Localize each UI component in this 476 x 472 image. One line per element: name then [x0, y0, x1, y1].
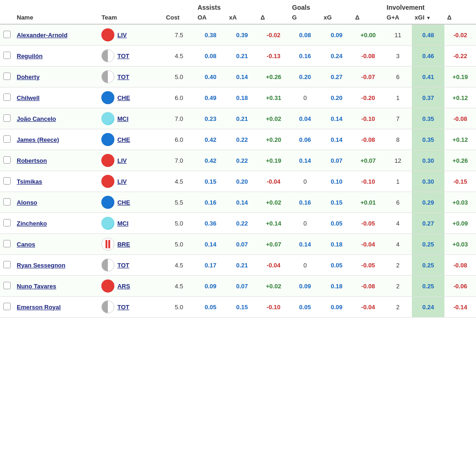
player-g-delta: -0.07	[352, 66, 384, 87]
team-badge	[101, 279, 114, 293]
row-checkbox[interactable]	[3, 177, 11, 185]
player-a-delta: +0.02	[258, 108, 290, 129]
row-checkbox[interactable]	[3, 31, 11, 38]
player-g: 0.04	[289, 108, 321, 129]
player-name[interactable]: Robertson	[14, 150, 99, 171]
row-checkbox[interactable]	[3, 219, 11, 226]
team-name[interactable]: TOT	[117, 53, 129, 60]
team-name[interactable]: LIV	[117, 178, 126, 185]
player-name[interactable]: Zinchenko	[14, 213, 99, 234]
player-xgi: 0.25	[412, 255, 444, 276]
player-g-delta: -0.04	[352, 297, 384, 318]
team-name[interactable]: LIV	[117, 32, 126, 39]
player-name[interactable]: Canos	[14, 234, 99, 255]
team-name[interactable]: MCI	[117, 115, 128, 122]
team-name[interactable]: TOT	[117, 73, 129, 80]
row-checkbox[interactable]	[3, 198, 11, 206]
col-a-delta: Δ	[258, 12, 290, 24]
team-name[interactable]: TOT	[117, 304, 129, 311]
row-checkbox[interactable]	[3, 135, 11, 143]
player-a-delta: +0.20	[258, 129, 290, 150]
player-gpa: 4	[384, 213, 412, 234]
player-xa: 0.14	[226, 192, 258, 213]
player-xa: 0.21	[226, 108, 258, 129]
row-checkbox[interactable]	[3, 52, 11, 59]
player-gpa: 1	[384, 87, 412, 108]
player-name[interactable]: Reguilón	[14, 46, 99, 66]
team-name[interactable]: TOT	[117, 262, 129, 269]
player-g: 0.14	[289, 150, 321, 171]
row-checkbox[interactable]	[3, 114, 11, 122]
player-xg: 0.20	[321, 87, 352, 108]
player-xa: 0.15	[226, 297, 258, 318]
player-name[interactable]: Alonso	[14, 192, 99, 213]
player-g-delta: -0.20	[352, 87, 384, 108]
team-name[interactable]: BRE	[117, 241, 130, 248]
row-checkbox-cell	[0, 87, 14, 108]
player-name[interactable]: Chilwell	[14, 87, 99, 108]
player-xg: 0.14	[321, 129, 352, 150]
row-checkbox[interactable]	[3, 261, 11, 268]
player-xgi: 0.27	[412, 213, 444, 234]
team-badge	[101, 49, 114, 62]
group-empty	[0, 0, 195, 12]
table-row: ZinchenkoMCI5.00.360.22+0.1400.05-0.0540…	[0, 213, 476, 234]
group-goals-header: Goals	[289, 0, 383, 12]
player-cost: 6.0	[163, 129, 195, 150]
player-gpa: 6	[384, 66, 412, 87]
player-g-delta: +0.01	[352, 192, 384, 213]
player-xg: 0.09	[321, 24, 352, 46]
player-g: 0	[289, 171, 321, 192]
player-g-delta: +0.00	[352, 24, 384, 46]
player-name[interactable]: Nuno Tavares	[14, 276, 99, 297]
col-gpa: G+A	[384, 12, 412, 24]
row-checkbox[interactable]	[3, 303, 11, 310]
player-g: 0.20	[289, 66, 321, 87]
player-name[interactable]: Tsimikas	[14, 171, 99, 192]
players-table: Assists Goals Involvement Name Team Cost…	[0, 0, 476, 318]
col-oa: OA	[195, 12, 226, 24]
team-badge	[101, 217, 114, 230]
row-checkbox[interactable]	[3, 240, 11, 247]
player-team-cell: LIV	[99, 150, 163, 171]
player-gpa: 6	[384, 192, 412, 213]
row-checkbox[interactable]	[3, 156, 11, 164]
player-xg: 0.05	[321, 255, 352, 276]
team-name[interactable]: CHE	[117, 199, 130, 206]
player-name[interactable]: Alexander-Arnold	[14, 24, 99, 46]
player-name[interactable]: João Cancelo	[14, 108, 99, 129]
player-a-delta: -0.10	[258, 297, 290, 318]
team-name[interactable]: ARS	[117, 283, 130, 290]
player-team-cell: ARS	[99, 276, 163, 297]
row-checkbox[interactable]	[3, 282, 11, 289]
player-cost: 4.5	[163, 255, 195, 276]
team-name[interactable]: CHE	[117, 94, 130, 101]
player-xg: 0.15	[321, 192, 352, 213]
player-g: 0.09	[289, 276, 321, 297]
player-xgi: 0.41	[412, 66, 444, 87]
player-a-delta: +0.31	[258, 87, 290, 108]
player-oa: 0.09	[195, 276, 226, 297]
column-header-row: Name Team Cost OA xA Δ G xG Δ G+A xGI ▼ …	[0, 12, 476, 24]
player-gpa: 11	[384, 24, 412, 46]
team-badge	[101, 133, 114, 146]
table-row: James (Reece)CHE6.00.420.22+0.200.060.14…	[0, 129, 476, 150]
col-xgi[interactable]: xGI ▼	[412, 12, 444, 24]
player-name[interactable]: Doherty	[14, 66, 99, 87]
player-xa: 0.21	[226, 46, 258, 66]
player-name[interactable]: Ryan Sessegnon	[14, 255, 99, 276]
player-a-delta: -0.04	[258, 171, 290, 192]
team-name[interactable]: CHE	[117, 136, 130, 143]
row-checkbox[interactable]	[3, 73, 11, 80]
player-a-delta: +0.02	[258, 192, 290, 213]
player-xa: 0.07	[226, 276, 258, 297]
row-checkbox[interactable]	[3, 93, 11, 101]
player-name[interactable]: Emerson Royal	[14, 297, 99, 318]
player-g: 0.08	[289, 24, 321, 46]
team-name[interactable]: MCI	[117, 220, 128, 227]
player-name[interactable]: James (Reece)	[14, 129, 99, 150]
player-xgi: 0.25	[412, 276, 444, 297]
player-team-cell: CHE	[99, 129, 163, 150]
player-oa: 0.42	[195, 150, 226, 171]
team-name[interactable]: LIV	[117, 157, 126, 164]
